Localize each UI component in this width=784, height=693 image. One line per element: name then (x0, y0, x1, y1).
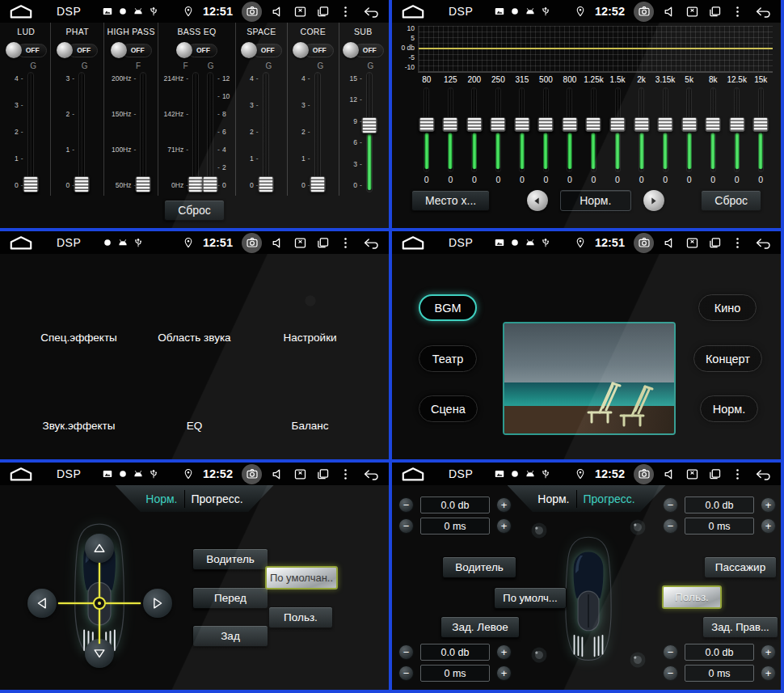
delay-rear-left-button[interactable]: Зад. Левое (440, 616, 520, 638)
ms-plus-button[interactable]: + (761, 666, 776, 681)
delay-default-button[interactable]: По умолч... (494, 587, 567, 609)
menu-item-special-effects[interactable]: Спец.эффекты (21, 267, 137, 355)
close-window-icon[interactable] (685, 236, 699, 250)
move-up-button[interactable] (85, 534, 114, 563)
menu-item-eq[interactable]: EQ (137, 355, 252, 443)
menu-dots-icon[interactable] (339, 236, 352, 250)
ms-minus-button[interactable]: − (663, 518, 678, 534)
slider-handle[interactable] (706, 117, 721, 132)
ms-plus-button[interactable]: + (761, 518, 776, 534)
preset-normal-button[interactable]: Норм. (700, 395, 758, 422)
ms-plus-button[interactable]: + (496, 666, 512, 681)
slider-handle[interactable] (729, 117, 744, 132)
preset-bgm-button[interactable]: BGM (419, 294, 477, 321)
slider-handle[interactable] (361, 117, 377, 133)
camera-button[interactable] (242, 233, 262, 253)
slider-handle[interactable] (74, 176, 90, 192)
slider-handle[interactable] (258, 176, 273, 192)
recent-apps-icon[interactable] (316, 5, 330, 19)
db-minus-button[interactable]: − (663, 644, 678, 660)
eq-band-slider[interactable] (424, 87, 429, 172)
lud-slider[interactable] (27, 72, 34, 192)
highpass-toggle[interactable]: OFF (111, 42, 152, 58)
phat-slider[interactable] (78, 72, 85, 192)
db-minus-button[interactable]: − (398, 644, 414, 660)
space-toggle[interactable]: OFF (241, 42, 282, 58)
preset-theatre-button[interactable]: Театр (419, 345, 477, 372)
sub-toggle[interactable]: OFF (343, 42, 384, 58)
db-plus-button[interactable]: + (496, 644, 512, 660)
volume-icon[interactable] (271, 5, 285, 19)
menu-dots-icon[interactable] (339, 5, 352, 19)
sub-slider[interactable] (366, 72, 373, 192)
camera-button[interactable] (634, 464, 654, 484)
db-minus-button[interactable]: − (398, 497, 414, 513)
slider-handle[interactable] (586, 117, 601, 132)
basseq-freq-slider[interactable] (192, 72, 199, 192)
reset-button[interactable]: Сброс (164, 200, 225, 221)
ms-minus-button[interactable]: − (398, 518, 414, 534)
eq-band-slider[interactable] (734, 87, 740, 172)
position-driver-button[interactable]: Водитель (192, 548, 268, 570)
volume-icon[interactable] (663, 236, 677, 250)
position-front-button[interactable]: Перед (192, 587, 268, 609)
next-preset-button[interactable] (643, 190, 664, 211)
home-icon[interactable] (400, 236, 426, 250)
home-icon[interactable] (8, 236, 34, 250)
eq-band-slider[interactable] (758, 87, 764, 172)
core-slider[interactable] (314, 72, 321, 192)
core-toggle[interactable]: OFF (293, 42, 334, 58)
prev-preset-button[interactable] (527, 190, 548, 211)
menu-dots-icon[interactable] (731, 236, 744, 250)
home-icon[interactable] (400, 5, 426, 19)
delay-rear-right-button[interactable]: Зад. Прав... (702, 616, 778, 638)
close-window-icon[interactable] (293, 236, 307, 250)
delay-passenger-button[interactable]: Пассажир (704, 556, 777, 578)
recent-apps-icon[interactable] (708, 5, 722, 19)
tab-normal[interactable]: Норм. (531, 492, 575, 505)
slider-handle[interactable] (466, 117, 482, 132)
db-plus-button[interactable]: + (496, 497, 512, 513)
preset-cinema-button[interactable]: Кино (698, 294, 757, 321)
home-icon[interactable] (400, 467, 426, 481)
slider-handle[interactable] (634, 117, 649, 132)
tab-progressive[interactable]: Прогресс. (577, 492, 642, 505)
slider-handle[interactable] (310, 176, 325, 192)
basseq-toggle[interactable]: OFF (176, 42, 217, 58)
crosshair-center[interactable] (93, 597, 106, 610)
eq-band-slider[interactable] (543, 87, 549, 172)
back-icon[interactable] (753, 467, 773, 481)
back-icon[interactable] (361, 467, 381, 481)
preset-concert-button[interactable]: Концерт (693, 345, 762, 372)
ms-plus-button[interactable]: + (496, 518, 512, 534)
menu-item-settings[interactable]: Настройки (252, 267, 368, 355)
recent-apps-icon[interactable] (708, 467, 722, 481)
camera-button[interactable] (634, 2, 654, 22)
eq-band-slider[interactable] (519, 87, 525, 172)
ms-minus-button[interactable]: − (398, 666, 414, 681)
back-icon[interactable] (753, 236, 773, 250)
close-window-icon[interactable] (293, 467, 307, 481)
home-icon[interactable] (8, 5, 34, 19)
camera-button[interactable] (242, 2, 262, 22)
slider-handle[interactable] (681, 117, 697, 132)
recent-apps-icon[interactable] (316, 236, 330, 250)
ms-minus-button[interactable]: − (663, 666, 678, 681)
menu-item-sound-field[interactable]: Область звука (137, 267, 252, 355)
eq-band-slider[interactable] (448, 87, 453, 172)
volume-icon[interactable] (663, 467, 677, 481)
eq-band-slider[interactable] (471, 87, 477, 172)
eq-band-slider[interactable] (710, 87, 716, 172)
tab-progressive[interactable]: Прогресс. (185, 492, 250, 505)
volume-icon[interactable] (271, 467, 285, 481)
eq-band-slider[interactable] (567, 87, 572, 172)
position-rear-button[interactable]: Зад (192, 625, 268, 647)
close-window-icon[interactable] (293, 5, 307, 19)
move-left-button[interactable] (27, 589, 57, 618)
close-window-icon[interactable] (685, 5, 699, 19)
tab-normal[interactable]: Норм. (139, 492, 183, 505)
db-plus-button[interactable]: + (761, 497, 776, 513)
highpass-slider[interactable] (140, 72, 146, 192)
recent-apps-icon[interactable] (708, 236, 722, 250)
back-icon[interactable] (361, 236, 381, 250)
